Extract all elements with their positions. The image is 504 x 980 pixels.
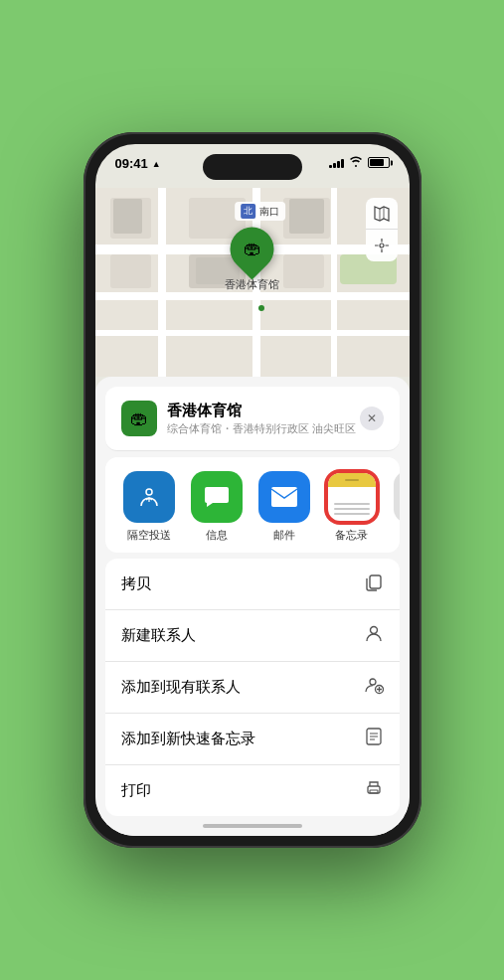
map-nav-label: 北 南口 <box>235 202 285 221</box>
svg-point-5 <box>146 489 152 495</box>
copy-label: 拷贝 <box>121 574 151 593</box>
quick-note-action[interactable]: 添加到新快速备忘录 <box>105 714 400 765</box>
dynamic-island <box>203 154 302 180</box>
quick-note-label: 添加到新快速备忘录 <box>121 730 255 748</box>
home-bar <box>203 824 302 828</box>
messages-label: 信息 <box>206 529 228 543</box>
map-background: 北 南口 🏟 香港体育馆 <box>95 188 410 377</box>
add-existing-label: 添加到现有联系人 <box>121 678 241 697</box>
svg-point-8 <box>370 627 377 634</box>
notes-label: 备忘录 <box>335 529 368 543</box>
share-item-notes[interactable]: 备忘录 <box>318 471 386 543</box>
small-location-dot <box>258 305 264 311</box>
print-icon <box>364 778 384 803</box>
share-item-mail[interactable]: 邮件 <box>251 471 318 543</box>
print-label: 打印 <box>121 781 151 800</box>
close-card-button[interactable]: ✕ <box>360 407 384 430</box>
location-marker: 🏟 香港体育馆 <box>225 228 279 292</box>
venue-card-icon: 🏟 <box>121 401 157 436</box>
map-type-button[interactable] <box>366 198 398 230</box>
print-action[interactable]: 打印 <box>105 765 400 816</box>
quick-note-icon <box>364 727 384 751</box>
status-time: 09:41 ▲ <box>115 156 161 171</box>
svg-rect-6 <box>271 487 297 507</box>
svg-rect-7 <box>370 575 381 588</box>
svg-point-0 <box>380 244 384 247</box>
venue-name: 香港体育馆 <box>167 402 356 420</box>
signal-icon <box>329 157 344 168</box>
add-existing-icon <box>364 675 384 700</box>
location-card: 🏟 香港体育馆 综合体育馆・香港特别行政区 油尖旺区 ✕ <box>105 387 400 451</box>
marker-pin: 🏟 <box>221 219 282 280</box>
airdrop-label: 隔空投送 <box>127 529 171 543</box>
copy-icon <box>364 572 384 596</box>
venue-address: 综合体育馆・香港特别行政区 油尖旺区 <box>167 421 356 436</box>
map-area[interactable]: 北 南口 🏟 香港体育馆 <box>95 188 410 377</box>
svg-point-9 <box>370 679 376 685</box>
time-display: 09:41 <box>115 156 148 171</box>
svg-rect-18 <box>370 790 378 793</box>
home-indicator <box>95 816 410 836</box>
notes-icon <box>326 471 378 523</box>
mail-label: 邮件 <box>273 529 295 543</box>
new-contact-action[interactable]: 新建联系人 <box>105 610 400 662</box>
venue-marker-icon: 🏟 <box>244 239 261 259</box>
bottom-sheet: 🏟 香港体育馆 综合体育馆・香港特别行政区 油尖旺区 ✕ 隔 <box>95 377 410 836</box>
share-item-airdrop[interactable]: 隔空投送 <box>115 471 183 543</box>
mail-icon <box>258 471 310 523</box>
map-entrance-label: 南口 <box>259 205 279 219</box>
map-controls <box>366 198 398 261</box>
add-existing-contact-action[interactable]: 添加到现有联系人 <box>105 662 400 714</box>
share-item-messages[interactable]: 信息 <box>183 471 251 543</box>
battery-icon <box>368 157 390 168</box>
status-icons <box>329 156 390 169</box>
phone-screen: 09:41 ▲ <box>95 144 410 836</box>
location-button[interactable] <box>366 230 398 261</box>
action-list: 拷贝 新建联系人 添加到现有联系人 <box>105 559 400 816</box>
share-item-more[interactable]: 提 <box>386 471 400 543</box>
share-row: 隔空投送 信息 邮件 <box>105 457 400 553</box>
phone-frame: 09:41 ▲ <box>84 132 421 848</box>
messages-icon <box>191 471 243 523</box>
more-icon <box>394 471 400 523</box>
new-contact-label: 新建联系人 <box>121 626 196 645</box>
new-contact-icon <box>364 623 384 648</box>
location-arrow-icon: ▲ <box>152 159 161 169</box>
copy-action[interactable]: 拷贝 <box>105 559 400 610</box>
wifi-icon <box>349 156 363 169</box>
airdrop-icon <box>123 471 175 523</box>
